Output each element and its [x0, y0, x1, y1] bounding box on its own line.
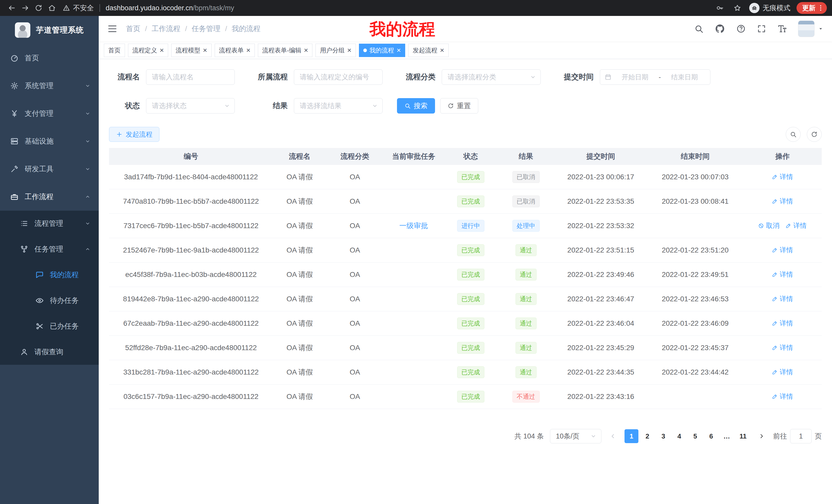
submit-time-range-picker[interactable]: 开始日期 - 结束日期 — [600, 69, 710, 85]
breadcrumb-item[interactable]: 任务管理 — [192, 24, 220, 34]
avatar[interactable] — [798, 21, 814, 37]
close-icon[interactable]: × — [397, 47, 401, 54]
filter-row-1: 流程名 所属流程 流程分类 提交时间 — [109, 69, 822, 85]
close-icon[interactable]: × — [347, 47, 351, 54]
sidebar-item-process-manage[interactable]: 流程管理 — [0, 211, 99, 236]
sidebar-item-home[interactable]: 首页 — [0, 44, 99, 72]
back-icon[interactable] — [5, 1, 19, 15]
page-size-select[interactable]: 10条/页 — [550, 429, 601, 443]
sidebar-item-leave-query[interactable]: 请假查询 — [0, 339, 99, 365]
start-date-placeholder[interactable]: 开始日期 — [614, 73, 656, 82]
sidebar-item-task-manage[interactable]: 任务管理 — [0, 236, 99, 262]
column-header: 流程分类 — [326, 151, 383, 161]
user-menu[interactable] — [798, 21, 823, 37]
detail-button[interactable]: 详情 — [772, 295, 793, 303]
sidebar-item-system[interactable]: 系统管理 — [0, 72, 99, 100]
page-button-3[interactable]: 3 — [656, 429, 670, 443]
font-size-icon[interactable] — [778, 24, 787, 33]
detail-button[interactable]: 详情 — [772, 172, 793, 181]
detail-button[interactable]: 详情 — [772, 343, 793, 352]
sidebar-item-workflow[interactable]: 工作流程 — [0, 183, 99, 211]
jump-page-input[interactable] — [790, 429, 812, 443]
page-button-…[interactable]: … — [720, 429, 734, 443]
browser-home-icon[interactable] — [45, 1, 59, 15]
breadcrumb-separator: / — [145, 25, 147, 33]
process-def-input[interactable] — [294, 69, 383, 85]
end-date-placeholder[interactable]: 结束日期 — [663, 73, 705, 82]
detail-button[interactable]: 详情 — [785, 221, 807, 230]
close-icon[interactable]: × — [246, 47, 251, 54]
detail-button[interactable]: 详情 — [772, 246, 793, 255]
forward-icon[interactable] — [19, 1, 32, 15]
close-icon[interactable]: × — [160, 47, 164, 54]
tab-process-form[interactable]: 流程表单× — [215, 44, 255, 57]
breadcrumb-item[interactable]: 首页 — [126, 24, 140, 34]
chevron-down-icon — [85, 111, 90, 116]
toggle-search-icon[interactable] — [786, 127, 801, 142]
tab-process-definition[interactable]: 流程定义× — [128, 44, 168, 57]
tab-process-model[interactable]: 流程模型× — [171, 44, 211, 57]
status-select[interactable] — [146, 98, 235, 114]
process-name-input[interactable] — [146, 69, 235, 85]
sidebar-item-label: 任务管理 — [34, 244, 63, 254]
filter-status: 状态 — [109, 98, 235, 114]
next-page-icon[interactable] — [755, 429, 769, 443]
page-button-4[interactable]: 4 — [672, 429, 686, 443]
reload-icon[interactable] — [32, 1, 45, 15]
start-process-button[interactable]: 发起流程 — [109, 127, 159, 142]
page-button-11[interactable]: 11 — [736, 429, 750, 443]
page-button-2[interactable]: 2 — [641, 429, 654, 443]
result-select-input[interactable] — [294, 98, 383, 114]
detail-button[interactable]: 详情 — [772, 392, 793, 401]
refresh-table-icon[interactable] — [807, 127, 822, 142]
cell-end-time: 2022-01-22 23:44:42 — [647, 368, 743, 376]
hamburger-icon[interactable] — [107, 24, 117, 34]
breadcrumb-item[interactable]: 工作流程 — [152, 24, 181, 34]
search-button[interactable]: 搜索 — [397, 98, 435, 114]
sidebar-item-done-tasks[interactable]: 已办任务 — [0, 313, 99, 339]
tab-home[interactable]: 首页 — [104, 44, 125, 57]
detail-button[interactable]: 详情 — [772, 368, 793, 376]
detail-button[interactable]: 详情 — [772, 197, 793, 206]
page-button-1[interactable]: 1 — [625, 429, 639, 443]
security-label[interactable]: 不安全 — [73, 3, 94, 12]
sidebar-item-todo-tasks[interactable]: 待办任务 — [0, 288, 99, 313]
category-select-input[interactable] — [442, 69, 541, 85]
fullscreen-icon[interactable] — [757, 24, 766, 33]
cell-result: 通过 — [497, 342, 554, 354]
close-icon[interactable]: × — [203, 47, 207, 54]
cancel-button[interactable]: 取消 — [758, 221, 779, 230]
sidebar-item-payment[interactable]: 支付管理 — [0, 100, 99, 128]
close-icon[interactable]: × — [304, 47, 308, 54]
search-icon[interactable] — [694, 24, 703, 33]
category-select[interactable] — [442, 69, 541, 85]
address-bar[interactable]: 不安全 dashboard.yudao.iocoder.cn/bpm/task/… — [63, 3, 234, 12]
sidebar-item-devtools[interactable]: 研发工具 — [0, 155, 99, 183]
help-icon[interactable] — [736, 24, 746, 33]
page-button-5[interactable]: 5 — [688, 429, 702, 443]
tab-process-form-edit[interactable]: 流程表单-编辑× — [258, 44, 312, 57]
github-icon[interactable] — [715, 24, 725, 34]
tab-user-group[interactable]: 用户分组× — [315, 44, 356, 57]
current-task-link[interactable]: 一级审批 — [399, 222, 428, 230]
sidebar-item-my-process[interactable]: 我的流程 — [0, 262, 99, 288]
tab-start-process[interactable]: 发起流程× — [408, 44, 448, 57]
key-icon[interactable] — [714, 2, 726, 13]
prev-page-icon[interactable] — [606, 429, 620, 443]
cell-result: 已取消 — [497, 195, 554, 207]
sidebar-item-infra[interactable]: 基础设施 — [0, 128, 99, 155]
page-url[interactable]: dashboard.yudao.iocoder.cn/bpm/task/my — [106, 4, 234, 12]
status-select-input[interactable] — [146, 98, 235, 114]
detail-button[interactable]: 详情 — [772, 270, 793, 279]
detail-button[interactable]: 详情 — [772, 319, 793, 328]
result-select[interactable] — [294, 98, 383, 114]
app-logo-row[interactable]: 芋道管理系统 — [0, 16, 99, 44]
tab-my-process[interactable]: 我的流程× — [359, 44, 405, 57]
close-icon[interactable]: × — [440, 47, 444, 54]
tags-view: 首页流程定义×流程模型×流程表单×流程表单-编辑×用户分组×我的流程×发起流程× — [99, 41, 832, 59]
star-icon[interactable] — [732, 2, 743, 13]
browser-update-button[interactable]: 更新 — [797, 2, 827, 14]
reset-button[interactable]: 重置 — [440, 98, 478, 114]
page-button-6[interactable]: 6 — [704, 429, 718, 443]
browser-menu-icon[interactable] — [817, 4, 824, 11]
